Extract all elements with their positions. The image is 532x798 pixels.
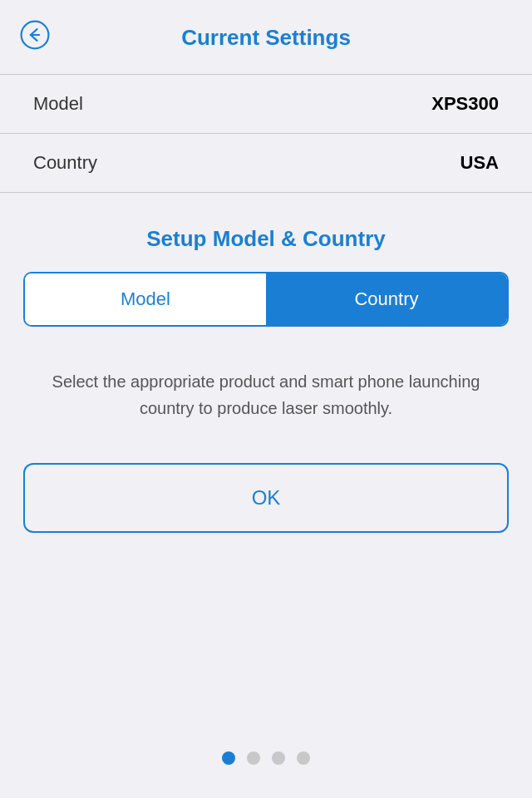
model-row: Model XPS300 [0, 75, 532, 133]
pagination-dot-4 [297, 751, 310, 765]
segment-model-button[interactable]: Model [25, 273, 266, 325]
segment-control: Model Country [23, 272, 509, 327]
back-icon [19, 19, 51, 51]
model-value: XPS300 [431, 93, 499, 115]
segment-country-button[interactable]: Country [266, 273, 507, 325]
pagination [0, 751, 532, 765]
pagination-dot-1 [222, 751, 235, 765]
model-label: Model [33, 93, 83, 115]
setup-section-title: Setup Model & Country [0, 193, 532, 272]
ok-button[interactable]: OK [23, 463, 509, 533]
page-title: Current Settings [0, 0, 532, 74]
pagination-dot-3 [272, 751, 285, 765]
country-value: USA [461, 152, 499, 174]
country-label: Country [33, 152, 97, 174]
country-row: Country USA [0, 134, 532, 192]
pagination-dot-2 [247, 751, 260, 765]
description-text: Select the appropriate product and smart… [0, 327, 532, 463]
back-button[interactable] [17, 17, 53, 53]
